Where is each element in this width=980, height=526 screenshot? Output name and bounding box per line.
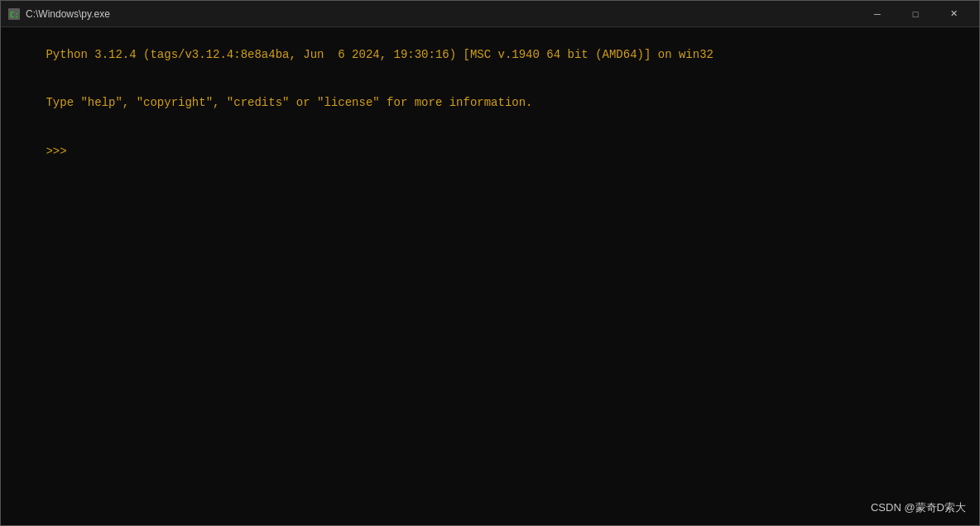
title-bar: C:\ C:\Windows\py.exe ─ □ ✕ [1,1,979,27]
console-area[interactable]: Python 3.12.4 (tags/v3.12.4:8e8a4ba, Jun… [1,27,979,525]
svg-text:C:\: C:\ [10,11,20,19]
title-bar-left: C:\ C:\Windows\py.exe [7,7,110,21]
prompt-line: >>> [46,145,74,158]
maximize-button[interactable]: □ [896,1,934,27]
minimize-button[interactable]: ─ [858,1,896,27]
terminal-icon: C:\ [7,7,21,21]
console-output: Python 3.12.4 (tags/v3.12.4:8e8a4ba, Jun… [4,31,976,176]
version-line: Python 3.12.4 (tags/v3.12.4:8e8a4ba, Jun… [46,48,713,61]
terminal-window: C:\ C:\Windows\py.exe ─ □ ✕ Python 3.12.… [0,0,980,526]
window-controls: ─ □ ✕ [858,1,973,27]
window-title: C:\Windows\py.exe [26,8,110,20]
hint-line: Type "help", "copyright", "credits" or "… [46,96,532,109]
close-button[interactable]: ✕ [934,1,973,27]
watermark: CSDN @蒙奇D索大 [871,500,966,515]
